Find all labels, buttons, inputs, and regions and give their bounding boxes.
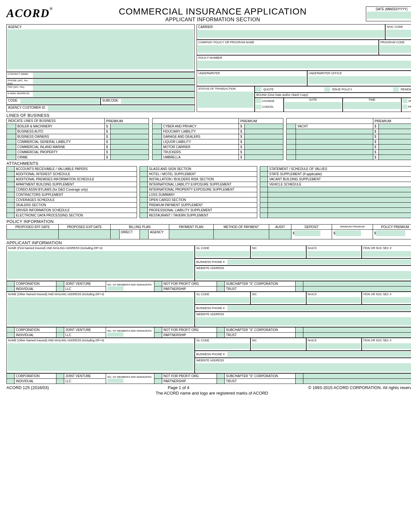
entity-other-input[interactable] [303, 286, 411, 292]
gl-code-input[interactable] [196, 297, 250, 303]
lob-item[interactable] [296, 150, 373, 155]
entity-other-input[interactable] [303, 327, 411, 333]
eff-input[interactable] [7, 230, 59, 239]
lob-premium-input[interactable] [379, 129, 411, 134]
entity-checkbox[interactable] [154, 327, 162, 333]
website-input[interactable] [196, 271, 411, 279]
name-input[interactable] [7, 251, 194, 279]
attachment-checkbox[interactable] [7, 197, 15, 203]
lob-premium-input[interactable] [244, 129, 283, 134]
attachment-checkbox[interactable] [7, 166, 15, 172]
lob-item[interactable] [296, 139, 373, 145]
code-input[interactable] [20, 99, 100, 104]
entity-other-input[interactable] [303, 333, 411, 338]
attachment-checkbox[interactable] [260, 187, 268, 192]
attachment-checkbox[interactable] [260, 208, 268, 213]
entity-checkbox[interactable] [7, 379, 15, 384]
attachment-item[interactable] [268, 197, 411, 203]
entity-checkbox[interactable] [296, 379, 303, 384]
entity-other-input[interactable] [303, 379, 411, 384]
pm-checkbox[interactable] [402, 105, 407, 109]
attachment-checkbox[interactable] [140, 208, 148, 213]
lob-checkbox[interactable] [152, 134, 162, 139]
phone-input[interactable] [33, 79, 194, 84]
lob-premium-input[interactable] [379, 139, 411, 145]
attachment-checkbox[interactable] [140, 187, 148, 192]
fein-input[interactable] [363, 343, 411, 349]
lob-item[interactable] [296, 129, 373, 134]
lob-premium-input[interactable] [110, 139, 149, 145]
attachment-item[interactable] [268, 187, 411, 192]
phone-input[interactable] [227, 259, 411, 265]
entity-checkbox[interactable] [56, 281, 64, 286]
website-input[interactable] [196, 363, 411, 372]
website-input[interactable] [196, 317, 411, 326]
entity-checkbox[interactable] [7, 374, 15, 379]
attachment-checkbox[interactable] [260, 166, 268, 172]
lob-checkbox[interactable] [287, 134, 296, 139]
attachment-checkbox[interactable] [140, 192, 148, 197]
attachment-checkbox[interactable] [260, 213, 268, 218]
renew-checkbox[interactable] [393, 87, 399, 92]
lob-premium-input[interactable] [379, 134, 411, 139]
agency-checkbox[interactable] [140, 230, 149, 239]
entity-checkbox[interactable] [154, 286, 162, 292]
attachment-checkbox[interactable] [7, 182, 15, 187]
lob-checkbox[interactable] [152, 145, 162, 150]
policy-number-input[interactable] [198, 61, 411, 68]
lob-checkbox[interactable] [152, 150, 162, 155]
gl-code-input[interactable] [196, 251, 250, 257]
entity-checkbox[interactable] [7, 333, 15, 338]
lob-item[interactable] [296, 145, 373, 150]
attachment-checkbox[interactable] [260, 182, 268, 187]
attachment-checkbox[interactable] [7, 177, 15, 182]
status-input[interactable] [198, 92, 254, 108]
phone-input[interactable] [227, 306, 411, 311]
underwriter-office-input[interactable] [308, 76, 411, 84]
lob-premium-input[interactable] [379, 150, 411, 155]
name-input[interactable] [7, 297, 194, 325]
program-code-input[interactable] [380, 45, 411, 53]
lob-premium-input[interactable] [110, 145, 149, 150]
direct-checkbox[interactable] [110, 230, 119, 239]
lob-checkbox[interactable] [287, 139, 296, 145]
lob-premium-input[interactable] [110, 129, 149, 134]
naics-input[interactable] [307, 251, 361, 257]
attachment-checkbox[interactable] [140, 213, 148, 218]
cancel-checkbox[interactable] [256, 105, 261, 109]
entity-checkbox[interactable] [7, 286, 15, 292]
lob-checkbox[interactable] [7, 145, 16, 150]
entity-checkbox[interactable] [56, 374, 64, 379]
attachment-checkbox[interactable] [140, 197, 148, 203]
naic-input[interactable] [386, 30, 411, 37]
lob-checkbox[interactable] [287, 155, 296, 160]
entity-checkbox[interactable] [296, 286, 303, 292]
deposit-input[interactable] [295, 230, 320, 236]
fein-input[interactable] [363, 251, 411, 257]
entity-other-input[interactable] [303, 281, 411, 286]
lob-premium-input[interactable] [379, 145, 411, 150]
attachment-checkbox[interactable] [7, 192, 15, 197]
sic-input[interactable] [251, 343, 305, 349]
quote-checkbox[interactable] [256, 87, 261, 92]
lob-premium-input[interactable] [244, 124, 283, 129]
attachment-item[interactable] [268, 192, 411, 197]
lob-checkbox[interactable] [152, 129, 162, 134]
carrier-input[interactable] [198, 30, 384, 38]
entity-checkbox[interactable] [296, 327, 303, 333]
entity-checkbox[interactable] [56, 333, 64, 338]
trans-date-input[interactable] [285, 102, 342, 109]
attachment-checkbox[interactable] [140, 182, 148, 187]
lob-checkbox[interactable] [287, 124, 296, 129]
attachment-checkbox[interactable] [260, 177, 268, 182]
lob-premium-input[interactable] [110, 155, 149, 160]
entity-checkbox[interactable] [296, 374, 303, 379]
lob-item[interactable] [296, 134, 373, 139]
lob-checkbox[interactable] [152, 155, 162, 160]
entity-checkbox[interactable] [217, 379, 225, 384]
lob-premium-input[interactable] [379, 124, 411, 129]
members-input[interactable] [107, 332, 123, 337]
attachment-checkbox[interactable] [140, 166, 148, 172]
entity-checkbox[interactable] [296, 281, 303, 286]
lob-checkbox[interactable] [287, 129, 296, 134]
